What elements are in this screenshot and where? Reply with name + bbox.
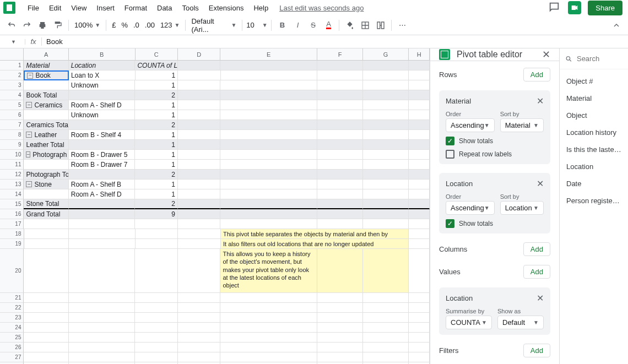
cell[interactable]: [317, 343, 363, 352]
row-header[interactable]: 19: [0, 239, 24, 249]
cell[interactable]: [178, 293, 221, 303]
cell[interactable]: [178, 333, 221, 343]
cell[interactable]: [178, 110, 221, 120]
cell[interactable]: [24, 293, 68, 303]
menu-insert[interactable]: Insert: [92, 2, 119, 14]
cell[interactable]: [409, 352, 430, 362]
cell[interactable]: [220, 80, 317, 90]
cell[interactable]: [135, 303, 178, 313]
cell[interactable]: [409, 130, 430, 140]
cell[interactable]: [409, 199, 430, 209]
cell[interactable]: [363, 249, 409, 293]
cell[interactable]: Unknown: [69, 80, 136, 90]
field-item[interactable]: Object: [560, 107, 628, 124]
cell[interactable]: [317, 249, 363, 293]
cell[interactable]: [24, 229, 69, 239]
cell[interactable]: [363, 150, 409, 160]
cell[interactable]: [220, 323, 317, 333]
cell[interactable]: [363, 352, 409, 362]
row-header[interactable]: 4: [0, 90, 24, 100]
cell[interactable]: [24, 110, 68, 120]
cell[interactable]: [409, 110, 430, 120]
cell[interactable]: [317, 189, 363, 199]
comment-history-icon[interactable]: [548, 1, 561, 14]
cell[interactable]: Material: [24, 61, 68, 70]
cell[interactable]: [363, 70, 409, 80]
cell[interactable]: [135, 323, 178, 333]
meet-icon[interactable]: [568, 1, 581, 14]
cell[interactable]: [178, 180, 221, 189]
cell[interactable]: [220, 333, 317, 343]
last-edit-link[interactable]: Last edit was seconds ago: [279, 4, 364, 12]
print-icon[interactable]: [35, 18, 50, 32]
cell[interactable]: [69, 352, 136, 362]
cell[interactable]: [135, 313, 178, 323]
cell[interactable]: [317, 160, 363, 170]
cell[interactable]: [363, 180, 409, 189]
cell[interactable]: [317, 209, 363, 219]
cell[interactable]: [220, 313, 317, 323]
cell[interactable]: [69, 239, 136, 249]
field-item[interactable]: Object #: [560, 73, 628, 90]
cell[interactable]: 1: [135, 150, 178, 160]
cell[interactable]: −Photograph: [24, 150, 68, 160]
collapse-group-icon[interactable]: −: [26, 181, 32, 187]
cell[interactable]: [220, 219, 317, 229]
add-columns-button[interactable]: Add: [523, 242, 550, 256]
cell[interactable]: [317, 70, 363, 80]
location-order-select[interactable]: Ascending▼: [446, 201, 495, 215]
cell[interactable]: [69, 293, 136, 303]
cell[interactable]: [409, 90, 430, 100]
row-header[interactable]: 27: [0, 352, 24, 362]
cell[interactable]: −Ceramics: [24, 100, 68, 110]
font-selector[interactable]: Default (Ari...▼: [189, 17, 239, 34]
col-header-d[interactable]: D: [178, 48, 220, 60]
cell[interactable]: [409, 180, 430, 189]
row-header[interactable]: 6: [0, 110, 24, 120]
row-header[interactable]: 5: [0, 100, 24, 110]
cell[interactable]: Ceramics Total: [24, 120, 68, 130]
row-header[interactable]: 26: [0, 343, 24, 352]
cell[interactable]: [135, 219, 178, 229]
cell[interactable]: [69, 120, 136, 130]
cell[interactable]: [69, 209, 136, 219]
cell[interactable]: 1: [135, 180, 178, 189]
row-header[interactable]: 10: [0, 150, 24, 160]
cell[interactable]: [409, 239, 430, 249]
paint-format-icon[interactable]: [51, 18, 65, 32]
row-header[interactable]: 13: [0, 180, 24, 189]
cell[interactable]: Leather Total: [24, 140, 68, 150]
italic-icon[interactable]: I: [290, 18, 305, 32]
material-order-select[interactable]: Ascending▼: [446, 118, 495, 132]
cell[interactable]: [178, 189, 221, 199]
col-header-a[interactable]: A: [24, 48, 68, 60]
cell[interactable]: [24, 160, 68, 170]
more-formats-button[interactable]: 123▼: [158, 21, 182, 29]
cell[interactable]: Loan to X: [69, 70, 136, 80]
add-rows-button[interactable]: Add: [523, 68, 550, 82]
cell[interactable]: Room A - Shelf D: [69, 100, 136, 110]
cell[interactable]: 1: [135, 80, 178, 90]
cell[interactable]: 2: [135, 199, 178, 209]
cell[interactable]: [317, 199, 363, 209]
cell[interactable]: [409, 150, 430, 160]
cell[interactable]: −Book: [24, 70, 68, 80]
cell[interactable]: [220, 61, 317, 70]
cell[interactable]: [178, 150, 221, 160]
name-box[interactable]: ▼: [0, 39, 25, 45]
cell[interactable]: [220, 199, 317, 209]
menu-help[interactable]: Help: [249, 2, 273, 14]
material-sortby-select[interactable]: Material▼: [500, 118, 544, 132]
cell[interactable]: [220, 160, 317, 170]
cell[interactable]: [220, 293, 317, 303]
add-filters-button[interactable]: Add: [523, 344, 550, 357]
collapse-group-icon[interactable]: −: [26, 132, 32, 138]
cell[interactable]: [317, 130, 363, 140]
cell[interactable]: [409, 160, 430, 170]
row-header[interactable]: 9: [0, 140, 24, 150]
cell[interactable]: [69, 323, 136, 333]
menu-extensions[interactable]: Extensions: [204, 2, 248, 14]
cell[interactable]: [363, 100, 409, 110]
cell[interactable]: [317, 219, 363, 229]
cell[interactable]: [178, 130, 221, 140]
